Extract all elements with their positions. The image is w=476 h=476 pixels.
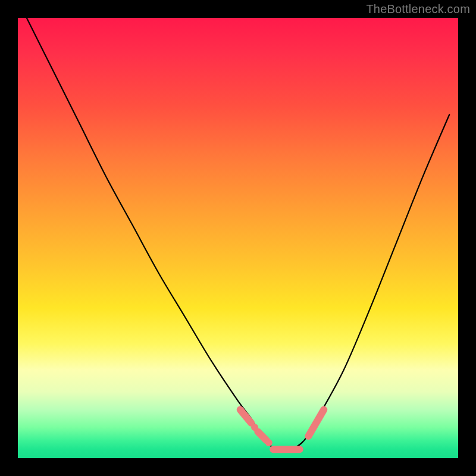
- optimal-marker-segment: [258, 432, 267, 441]
- optimal-marker-dot: [265, 439, 273, 446]
- plot-area: [18, 18, 458, 458]
- chart-svg: [18, 18, 458, 458]
- optimal-marker-segment: [308, 410, 324, 436]
- optimal-marker-dot: [251, 424, 258, 431]
- bottleneck-curve-path: [27, 18, 449, 450]
- chart-frame: TheBottleneck.com: [0, 0, 476, 476]
- optimal-marker-segment: [240, 410, 252, 423]
- watermark-text: TheBottleneck.com: [366, 2, 470, 16]
- optimal-markers: [240, 410, 324, 450]
